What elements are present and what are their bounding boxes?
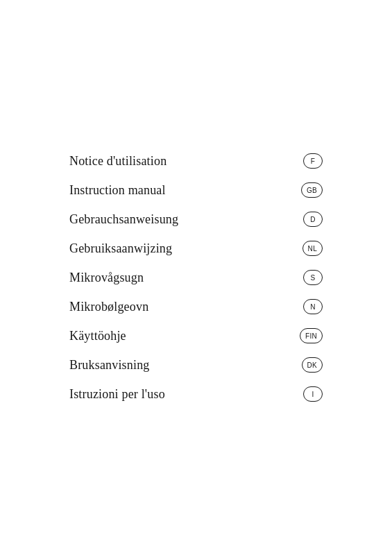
manual-item-label: Gebrauchsanweisung xyxy=(69,212,178,227)
list-item: GebruiksaanwijzingNL xyxy=(69,234,323,263)
language-badge: NL xyxy=(302,241,323,256)
manual-item-label: Mikrobølgeovn xyxy=(69,300,148,314)
language-badge: I xyxy=(303,386,323,402)
language-badge: FIN xyxy=(300,328,323,343)
manual-item-label: Gebruiksaanwijzing xyxy=(69,241,172,256)
list-item: Notice d'utilisationF xyxy=(69,146,323,176)
language-badge: DK xyxy=(302,357,323,373)
list-item: Instruction manualGB xyxy=(69,176,323,205)
manual-item-label: Notice d'utilisation xyxy=(69,154,167,169)
language-badge: GB xyxy=(301,182,323,198)
list-item: BruksanvisningDK xyxy=(69,350,323,379)
language-badge: F xyxy=(303,153,323,169)
manual-item-label: Instruction manual xyxy=(69,183,166,198)
manual-list: Notice d'utilisationFInstruction manualG… xyxy=(69,146,323,409)
language-badge: S xyxy=(303,270,323,285)
manual-item-label: Istruzioni per l'uso xyxy=(69,387,165,402)
list-item: GebrauchsanweisungD xyxy=(69,205,323,234)
list-item: Istruzioni per l'usoI xyxy=(69,379,323,409)
list-item: MikrovågsugnS xyxy=(69,263,323,292)
page-container: Notice d'utilisationFInstruction manualG… xyxy=(0,0,392,555)
manual-item-label: Bruksanvisning xyxy=(69,358,150,373)
language-badge: N xyxy=(303,299,323,314)
manual-item-label: Mikrovågsugn xyxy=(69,271,144,285)
list-item: KäyttöohjeFIN xyxy=(69,321,323,350)
list-item: MikrobølgeovnN xyxy=(69,292,323,321)
language-badge: D xyxy=(303,212,323,227)
manual-item-label: Käyttöohje xyxy=(69,329,126,343)
